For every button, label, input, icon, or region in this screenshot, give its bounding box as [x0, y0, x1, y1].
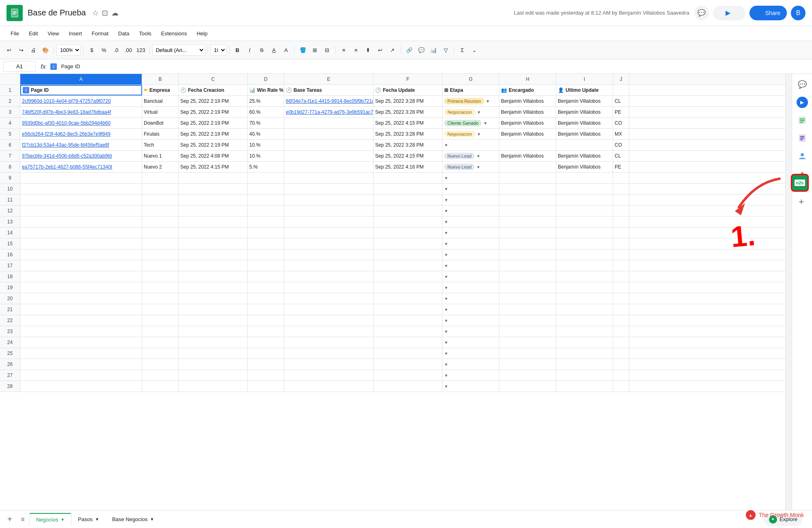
cell-d26[interactable] [248, 359, 284, 370]
cell-h26[interactable] [499, 359, 556, 370]
chat-button[interactable]: 💬 [694, 6, 709, 20]
cell-j16[interactable] [613, 249, 629, 260]
cell-j14[interactable] [613, 227, 629, 238]
col-header-g[interactable]: G [443, 74, 499, 84]
cell-f28[interactable] [374, 381, 443, 392]
header-cell-win-rate[interactable]: 📊 Win Rate % [248, 85, 284, 95]
cell-f7[interactable]: Sep 25, 2022 4:15 PM [374, 151, 443, 161]
cell-g4[interactable]: Cliente Ganado ▼ [443, 118, 499, 128]
col-header-h[interactable]: H [499, 74, 556, 84]
cell-h7[interactable]: Benjamín Villalobos [499, 151, 556, 161]
cell-g18[interactable]: ▼ [443, 271, 499, 282]
cell-a24[interactable] [20, 337, 142, 348]
link-button[interactable]: 🔗 [404, 44, 415, 56]
cell-f25[interactable] [374, 348, 443, 359]
cell-f12[interactable] [374, 206, 443, 216]
cell-c23[interactable] [179, 326, 248, 337]
col-header-f[interactable]: F [374, 74, 443, 84]
star-icon[interactable]: ☆ [92, 9, 99, 17]
folder-icon[interactable]: ⊡ [102, 9, 108, 17]
menu-edit[interactable]: Edit [25, 29, 42, 38]
cell-c5[interactable]: Sep 25, 2022 2:19 PM [179, 129, 248, 139]
cell-f16[interactable] [374, 249, 443, 260]
cell-b28[interactable] [142, 381, 179, 392]
cell-h5[interactable]: Benjamín Villalobos [499, 129, 556, 139]
cell-b20[interactable] [142, 293, 179, 304]
text-rotate-button[interactable]: ↗ [387, 44, 398, 56]
add-sheet-button[interactable]: + [3, 513, 16, 526]
cell-c24[interactable] [179, 337, 248, 348]
cell-f18[interactable] [374, 271, 443, 282]
cell-i6[interactable] [556, 140, 613, 150]
cell-h15[interactable] [499, 238, 556, 249]
cell-j7[interactable]: CL [613, 151, 629, 161]
format-123-button[interactable]: 123 [135, 44, 147, 56]
cell-e16[interactable] [284, 249, 374, 260]
cell-e10[interactable] [284, 184, 374, 194]
sheet-tab-negocios[interactable]: Negocios ▼ [29, 513, 71, 526]
cell-a20[interactable] [20, 293, 142, 304]
col-header-b[interactable]: B [142, 74, 179, 84]
cell-d13[interactable] [248, 216, 284, 227]
cell-a14[interactable] [20, 227, 142, 238]
cell-h8[interactable] [499, 162, 556, 172]
header-cell-ultimo-update[interactable]: 👤 Ultimo Update [556, 85, 613, 95]
cell-e24[interactable] [284, 337, 374, 348]
cell-i15[interactable] [556, 238, 613, 249]
cell-g16[interactable]: ▼ [443, 249, 499, 260]
cell-a21[interactable] [20, 304, 142, 315]
cell-h19[interactable] [499, 282, 556, 293]
cell-g15[interactable]: ▼ [443, 238, 499, 249]
cell-b27[interactable] [142, 370, 179, 381]
menu-format[interactable]: Format [88, 29, 112, 38]
cell-a27[interactable] [20, 370, 142, 381]
cell-h10[interactable] [499, 184, 556, 194]
col-header-i[interactable]: I [556, 74, 613, 84]
header-cell-encargado[interactable]: 👥 Encargado [499, 85, 556, 95]
cell-e22[interactable] [284, 315, 374, 326]
cell-g22[interactable]: ▼ [443, 315, 499, 326]
fill-color-button[interactable]: 🪣 [297, 44, 309, 56]
cell-g25[interactable]: ▼ [443, 348, 499, 359]
cell-d6[interactable]: 10.% [248, 140, 284, 150]
filter-button[interactable]: ▽ [440, 44, 451, 56]
cell-a26[interactable] [20, 359, 142, 370]
cell-g19[interactable]: ▼ [443, 282, 499, 293]
cell-a25[interactable] [20, 348, 142, 359]
cell-c6[interactable]: Sep 25, 2022 2:19 PM [179, 140, 248, 150]
cell-b3[interactable]: Virtual [142, 107, 179, 117]
cell-a15[interactable] [20, 238, 142, 249]
cell-c3[interactable]: Sep 25, 2022 2:19 PM [179, 107, 248, 117]
cell-i12[interactable] [556, 206, 613, 216]
cell-j9[interactable] [613, 173, 629, 183]
cell-h12[interactable] [499, 206, 556, 216]
cell-h6[interactable] [499, 140, 556, 150]
cell-a7[interactable]: 97becbfe-341d-4506-b8d6-c52a300ab9fd [20, 151, 142, 161]
cell-f19[interactable] [374, 282, 443, 293]
col-header-e[interactable]: E [284, 74, 374, 84]
cell-d25[interactable] [248, 348, 284, 359]
cell-i27[interactable] [556, 370, 613, 381]
meet-button[interactable]: ▶ [713, 6, 745, 20]
cell-b10[interactable] [142, 184, 179, 194]
cell-i25[interactable] [556, 348, 613, 359]
cell-a16[interactable] [20, 249, 142, 260]
cell-h17[interactable] [499, 260, 556, 271]
cell-h25[interactable] [499, 348, 556, 359]
cell-c15[interactable] [179, 238, 248, 249]
sheet-tab-base-negocios[interactable]: Base Negocios ▼ [106, 513, 160, 526]
cell-j11[interactable] [613, 195, 629, 205]
cell-h9[interactable] [499, 173, 556, 183]
cell-a10[interactable] [20, 184, 142, 194]
col-header-c[interactable]: C [179, 74, 248, 84]
sidebar-contacts-icon[interactable] [795, 149, 810, 163]
cell-f13[interactable] [374, 216, 443, 227]
cell-i10[interactable] [556, 184, 613, 194]
header-cell-fecha-creacion[interactable]: 🕐 Fecha Creacion [179, 85, 248, 95]
cell-j18[interactable] [613, 271, 629, 282]
col-header-a[interactable]: A [20, 74, 142, 84]
cell-j8[interactable]: PE [613, 162, 629, 172]
cell-f3[interactable]: Sep 25, 2022 3:28 PM [374, 107, 443, 117]
user-avatar[interactable]: B [791, 6, 806, 20]
cell-e18[interactable] [284, 271, 374, 282]
